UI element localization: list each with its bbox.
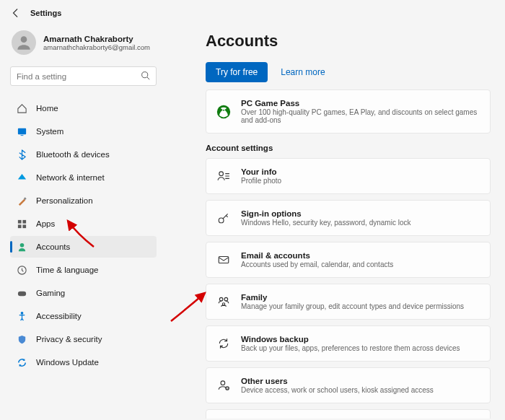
svg-rect-8 [17,224,21,228]
users-plus-icon [216,378,231,393]
update-icon [16,356,27,368]
card-title: Your info [241,167,281,176]
svg-point-15 [219,172,224,176]
svg-point-1 [142,72,148,78]
svg-rect-4 [20,135,23,136]
svg-rect-9 [22,224,26,228]
accounts-icon [16,241,27,253]
card-title: Family [241,293,464,302]
card-title: Email & accounts [241,251,393,260]
home-icon [16,102,27,114]
sidebar-item-label: Personalization [36,196,93,205]
bluetooth-icon [16,149,27,160]
sidebar-item-privacy[interactable]: Privacy & security [10,328,157,350]
sidebar-item-label: Apps [36,219,55,228]
brush-icon [16,195,27,206]
sidebar-item-label: Bluetooth & devices [36,150,110,159]
sidebar-item-update[interactable]: Windows Update [10,351,157,373]
sidebar-item-label: Accounts [36,242,70,251]
family-card[interactable]: FamilyManage your family group, edit acc… [206,284,491,320]
card-sub: Manage your family group, edit account t… [241,302,464,310]
svg-rect-6 [17,219,21,223]
sidebar-item-personalization[interactable]: Personalization [10,190,157,211]
gamepass-title: PC Game Pass [241,99,480,108]
clock-icon [16,264,27,276]
svg-point-10 [19,242,24,247]
card-sub: Windows Hello, security key, password, d… [241,219,410,227]
back-button[interactable] [10,7,22,19]
card-sub: Back up your files, apps, preferences to… [241,344,460,352]
sidebar-item-label: Accessibility [36,312,82,320]
system-icon [16,126,27,137]
backup-icon [216,336,231,351]
card-title: Sign-in options [241,209,410,218]
search-icon [141,71,150,82]
card-title: Other users [241,377,434,385]
svg-rect-12 [17,291,25,296]
svg-point-13 [20,311,23,314]
svg-point-19 [224,297,228,301]
sidebar-item-apps[interactable]: Apps [10,213,157,235]
other-users-card[interactable]: Other usersDevice access, work or school… [206,367,491,403]
user-name: Amarnath Chakraborty [43,35,150,43]
svg-rect-17 [219,257,229,263]
card-sub: Device access, work or school users, kio… [241,386,434,394]
network-icon [16,172,27,183]
sidebar-item-home[interactable]: Home [10,97,157,119]
sidebar-item-time[interactable]: Time & language [10,259,157,281]
page-title: Accounts [206,32,491,51]
svg-point-0 [21,36,27,43]
card-title: Windows backup [241,335,460,344]
key-icon [216,211,231,225]
sidebar-item-accounts[interactable]: Accounts [10,236,157,258]
svg-rect-3 [17,128,25,134]
sidebar-item-network[interactable]: Network & internet [10,167,157,188]
user-email: amarnathchakraborty6@gmail.com [43,43,150,51]
gamepass-card[interactable]: PC Game Pass Over 100 high-quality PC ga… [206,89,491,134]
svg-point-21 [221,381,225,385]
sidebar-item-label: Privacy & security [36,335,102,344]
sidebar: Amarnath Chakraborty amarnathchakraborty… [0,25,162,419]
profile-icon [216,169,231,183]
try-free-button[interactable]: Try for free [206,62,268,82]
email-accounts-card[interactable]: Email & accountsAccounts used by email, … [206,242,491,278]
svg-rect-7 [22,219,26,223]
accessibility-icon [16,310,27,322]
sidebar-item-bluetooth[interactable]: Bluetooth & devices [10,144,157,165]
card-sub: Accounts used by email, calendar, and co… [241,261,393,268]
work-school-card[interactable]: Access work or schoolOrganization resour… [206,409,491,419]
sidebar-item-label: Network & internet [36,173,105,182]
section-heading: Account settings [206,144,491,152]
sidebar-item-label: System [36,127,63,136]
sidebar-item-system[interactable]: System [10,121,157,142]
svg-point-18 [219,297,223,301]
sidebar-item-accessibility[interactable]: Accessibility [10,305,157,327]
gaming-icon [16,287,27,299]
search-input[interactable] [17,72,141,81]
sidebar-item-gaming[interactable]: Gaming [10,282,157,304]
sidebar-item-label: Time & language [36,266,99,274]
apps-icon [16,218,27,229]
learn-more-link[interactable]: Learn more [281,67,325,77]
avatar [12,30,36,55]
shield-icon [16,333,27,345]
sidebar-item-label: Windows Update [36,358,99,367]
card-sub: Profile photo [241,177,281,185]
user-block[interactable]: Amarnath Chakraborty amarnathchakraborty… [10,25,157,65]
windows-backup-card[interactable]: Windows backupBack up your files, apps, … [206,325,491,362]
sidebar-item-label: Gaming [36,289,65,297]
mail-icon [216,253,231,267]
main-content: Accounts Try for free Learn more PC Game… [162,25,505,419]
search-box[interactable] [10,66,157,86]
sidebar-item-label: Home [36,104,58,113]
your-info-card[interactable]: Your infoProfile photo [206,158,491,194]
xbox-icon [216,105,231,119]
family-icon [216,294,231,309]
app-title: Settings [30,9,61,17]
gamepass-sub: Over 100 high-quality PC games, EA Play,… [241,108,480,124]
signin-options-card[interactable]: Sign-in optionsWindows Hello, security k… [206,200,491,236]
svg-line-2 [147,77,149,79]
